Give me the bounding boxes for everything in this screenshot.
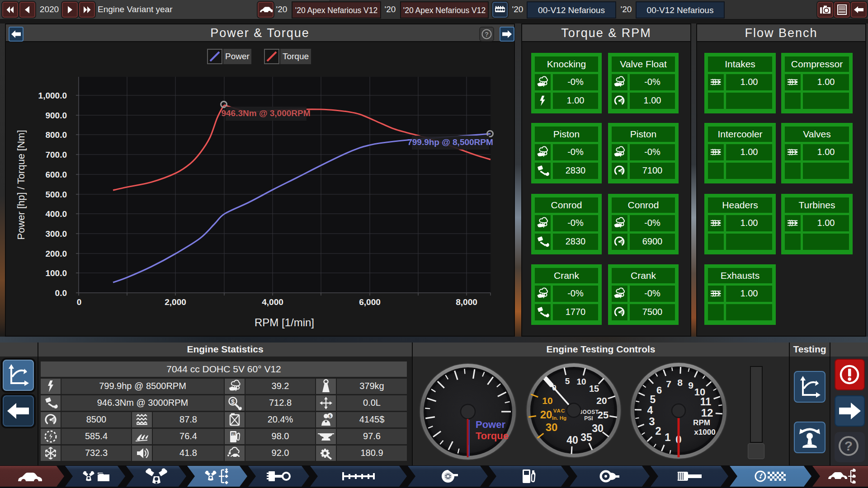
svg-text:30: 30	[546, 421, 558, 433]
svg-text:RPM: RPM	[693, 418, 710, 427]
svg-text:11: 11	[700, 396, 712, 408]
svg-text:700.0: 700.0	[45, 150, 67, 160]
svg-text:5: 5	[650, 394, 656, 405]
svg-text:800.0: 800.0	[45, 130, 67, 140]
svg-text:900.0: 900.0	[45, 111, 67, 120]
svg-text:91: 91	[231, 433, 235, 436]
svg-text:4: 4	[647, 404, 653, 416]
svg-text:500.0: 500.0	[45, 190, 67, 199]
svg-text:15: 15	[589, 384, 599, 394]
svg-text:6: 6	[656, 385, 662, 396]
svg-text:0: 0	[77, 297, 82, 307]
svg-text:1,000.0: 1,000.0	[38, 91, 67, 100]
svg-text:35: 35	[580, 432, 592, 443]
svg-text:600.0: 600.0	[45, 170, 67, 179]
svg-text:x1000: x1000	[694, 428, 715, 436]
svg-text:10: 10	[542, 395, 552, 406]
svg-text:?: ?	[485, 31, 489, 38]
svg-text:$: $	[329, 413, 331, 418]
svg-text:20: 20	[540, 408, 552, 421]
svg-text:8,000: 8,000	[456, 297, 477, 307]
svg-text:12: 12	[701, 407, 713, 419]
svg-text:PSI: PSI	[584, 415, 593, 422]
svg-text:946.3Nm @ 3,000RPM: 946.3Nm @ 3,000RPM	[221, 108, 310, 118]
svg-text:3: 3	[649, 415, 655, 427]
svg-text:400.0: 400.0	[45, 209, 67, 219]
svg-text:?: ?	[844, 438, 853, 453]
svg-text:6,000: 6,000	[359, 297, 381, 307]
svg-text:0.0: 0.0	[55, 288, 67, 298]
svg-text:40: 40	[566, 434, 578, 446]
svg-text:2: 2	[655, 425, 661, 437]
svg-text:300.0: 300.0	[45, 229, 67, 239]
svg-text:799.9hp @ 8,500RPM: 799.9hp @ 8,500RPM	[407, 137, 493, 147]
svg-text:In. Hg: In. Hg	[552, 415, 566, 421]
svg-text:25: 25	[598, 409, 609, 421]
svg-text:BOOST: BOOST	[578, 409, 599, 415]
svg-text:10: 10	[576, 377, 586, 386]
svg-text:Power: Power	[476, 419, 505, 430]
svg-text:5: 5	[565, 376, 570, 386]
svg-text:9: 9	[688, 380, 693, 390]
svg-text:7: 7	[666, 379, 671, 389]
svg-text:RPM [1/min]: RPM [1/min]	[255, 316, 314, 328]
svg-text:30: 30	[592, 422, 604, 434]
svg-text:1: 1	[665, 431, 670, 443]
svg-text:8: 8	[677, 377, 683, 388]
svg-text:Torque: Torque	[476, 430, 509, 441]
svg-text:$: $	[231, 398, 235, 405]
svg-text:VAC: VAC	[553, 408, 565, 413]
svg-text:4,000: 4,000	[262, 297, 283, 307]
svg-text:200.0: 200.0	[45, 249, 67, 258]
svg-text:20: 20	[596, 395, 607, 406]
svg-text:2,000: 2,000	[165, 297, 186, 307]
svg-text:100.0: 100.0	[45, 268, 67, 278]
